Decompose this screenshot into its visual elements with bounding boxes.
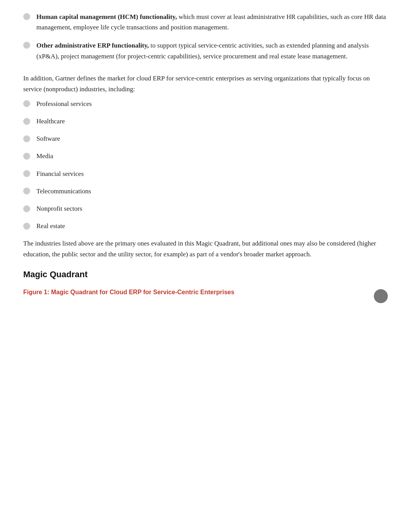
- industry-item-nonprofit-sectors: Nonprofit sectors: [23, 203, 388, 214]
- figure-icon: [374, 289, 388, 303]
- bullet-text-hcm: Human capital management (HCM) functiona…: [36, 12, 388, 32]
- industry-label-nonprofit-sectors: Nonprofit sectors: [36, 203, 82, 214]
- bullet-item-hcm: Human capital management (HCM) functiona…: [23, 12, 388, 32]
- industry-label-real-estate: Real estate: [36, 221, 65, 231]
- magic-quadrant-heading: Magic Quadrant: [23, 268, 388, 281]
- industry-item-real-estate: Real estate: [23, 221, 388, 231]
- bullet-dot: [23, 205, 30, 212]
- bullet-bold-intro: Human capital management (HCM) functiona…: [36, 13, 177, 20]
- industry-label-telecommunications: Telecommunications: [36, 186, 91, 196]
- industry-item-software: Software: [23, 133, 388, 144]
- industry-item-telecommunications: Telecommunications: [23, 186, 388, 196]
- figure-row: Figure 1: Magic Quadrant for Cloud ERP f…: [23, 288, 388, 303]
- bullet-dot: [23, 135, 30, 142]
- bullet-bold-intro: Other administrative ERP functionality,: [36, 42, 149, 49]
- closing-paragraph: The industries listed above are the prim…: [23, 238, 388, 260]
- industry-item-media: Media: [23, 151, 388, 161]
- bullet-dot: [23, 42, 30, 49]
- industry-item-healthcare: Healthcare: [23, 116, 388, 126]
- bullet-dot: [23, 100, 30, 107]
- bullet-dot: [23, 188, 30, 194]
- industry-label-professional-services: Professional services: [36, 99, 92, 109]
- industry-label-media: Media: [36, 151, 53, 161]
- industry-label-financial-services: Financial services: [36, 169, 84, 179]
- industry-label-healthcare: Healthcare: [36, 116, 65, 126]
- bullet-dot: [23, 170, 30, 177]
- intro-paragraph: In addition, Gartner defines the market …: [23, 73, 388, 95]
- figure-link[interactable]: Figure 1: Magic Quadrant for Cloud ERP f…: [23, 288, 235, 297]
- industry-item-professional-services: Professional services: [23, 99, 388, 109]
- bullet-dot: [23, 223, 30, 230]
- bullet-dot: [23, 153, 30, 160]
- industry-item-financial-services: Financial services: [23, 169, 388, 179]
- bullet-dot: [23, 13, 30, 20]
- bullet-dot: [23, 118, 30, 125]
- industry-label-software: Software: [36, 133, 60, 144]
- bullet-text-erp: Other administrative ERP functionality, …: [36, 40, 388, 61]
- bullet-item-erp: Other administrative ERP functionality, …: [23, 40, 388, 61]
